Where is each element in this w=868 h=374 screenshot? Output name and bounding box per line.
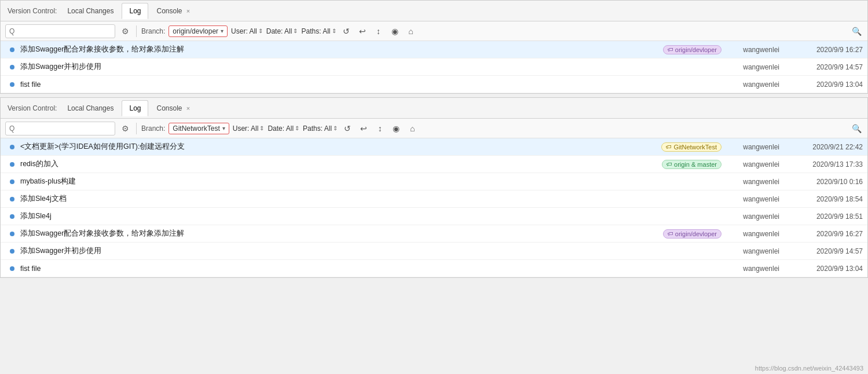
commit-dot	[10, 197, 14, 201]
commit-date: 2020/9/9 13:04	[788, 80, 863, 89]
commit-author: wangwenlei	[727, 212, 779, 221]
commit-dot	[10, 65, 14, 69]
commit-date: 2020/9/9 18:51	[788, 212, 863, 221]
commit-row[interactable]: 添加Swagger配合对象接收参数，给对象添加注解 🏷 origin/devlo…	[1, 41, 867, 58]
tab-bar-1: Version Control: Local Changes Log Conso…	[1, 1, 867, 21]
tag-icon: 🏷	[668, 230, 673, 237]
date-chevron-1: ⇕	[293, 28, 298, 34]
sort-btn-1[interactable]: ↕	[372, 25, 385, 38]
commit-row[interactable]: redis的加入 🏷 origin & master wangwenlei 20…	[1, 156, 867, 173]
toolbar-1: ⚙ Branch: origin/devloper ▾ User: All ⇕ …	[1, 21, 867, 41]
commit-row[interactable]: 添加Swagger配合对象接收参数，给对象添加注解 🏷 origin/devlo…	[1, 225, 867, 243]
paths-filter-label-1: Paths: All	[301, 27, 330, 35]
paths-filter-1[interactable]: Paths: All ⇕	[301, 27, 336, 35]
commit-tags: 🏷 origin/devloper	[663, 229, 721, 239]
tab-console-2[interactable]: Console ×	[149, 101, 197, 116]
version-control-label-2: Version Control:	[5, 104, 59, 112]
tab-close-console-2[interactable]: ×	[186, 105, 190, 112]
tag-origin-devloper: 🏷 origin/devloper	[663, 45, 721, 54]
tab-bar-2: Version Control: Local Changes Log Conso…	[1, 98, 867, 119]
date-filter-2[interactable]: Date: All ⇕	[268, 124, 299, 133]
commit-author: wangwenlei	[727, 63, 779, 71]
sort-btn-2[interactable]: ↕	[373, 122, 386, 135]
tab-log-2[interactable]: Log	[122, 100, 148, 116]
tab-log-1[interactable]: Log	[122, 3, 148, 19]
branch-label-1: Branch:	[141, 27, 165, 35]
user-filter-label-2: User: All	[233, 124, 259, 133]
commit-date: 2020/9/21 22:42	[788, 143, 863, 151]
search-right-btn-2[interactable]: 🔍	[850, 122, 863, 135]
commit-message: 添加Swagger配合对象接收参数，给对象添加注解	[20, 45, 663, 54]
commit-list-2: <文档更新>(学习IDEA如何使用GIT):创建远程分支 🏷 GitNetwor…	[1, 138, 867, 277]
branch-chevron-1: ▾	[221, 28, 224, 34]
tab-close-console-1[interactable]: ×	[186, 8, 190, 14]
search-input-2[interactable]	[5, 122, 115, 135]
user-filter-1[interactable]: User: All ⇕	[231, 27, 263, 35]
branch-value-2: GitNetworkTest	[173, 124, 219, 133]
paths-chevron-1: ⇕	[332, 28, 336, 34]
commit-tags: 🏷 origin & master	[662, 160, 721, 169]
commit-author: wangwenlei	[727, 265, 779, 273]
commit-date: 2020/9/13 17:33	[788, 160, 863, 168]
commit-row[interactable]: 添加Swagger并初步使用 wangwenlei 2020/9/9 14:57	[1, 58, 867, 76]
commit-row[interactable]: fist file wangwenlei 2020/9/9 13:04	[1, 76, 867, 93]
commit-dot	[10, 47, 14, 52]
refresh-btn-2[interactable]: ↺	[341, 122, 354, 135]
commit-date: 2020/9/9 16:27	[788, 46, 863, 54]
tag-label: origin & master	[674, 161, 717, 168]
commit-message: fist file	[20, 80, 721, 89]
panel-1: Version Control: Local Changes Log Conso…	[0, 0, 868, 94]
tab-local-changes-2[interactable]: Local Changes	[60, 101, 120, 116]
branch-selector-2[interactable]: GitNetworkTest ▾	[169, 123, 229, 134]
commit-message: 添加Sle4j	[20, 211, 721, 221]
commit-author: wangwenlei	[727, 160, 779, 168]
commit-dot	[10, 266, 14, 271]
eye-btn-2[interactable]: ◉	[390, 122, 402, 135]
commit-author: wangwenlei	[727, 178, 779, 186]
commit-message: mybatis-plus构建	[20, 177, 721, 186]
commit-author: wangwenlei	[727, 143, 779, 151]
tag-label: origin/devloper	[675, 230, 717, 237]
separator-2	[136, 123, 137, 134]
date-filter-label-2: Date: All	[268, 124, 294, 133]
commit-message: 添加Swagger配合对象接收参数，给对象添加注解	[20, 229, 663, 239]
revert-btn-1[interactable]: ↩	[356, 25, 369, 38]
commit-dot	[10, 162, 14, 167]
branch-value-1: origin/devloper	[173, 27, 218, 35]
gear-button-2[interactable]: ⚙	[119, 122, 131, 135]
commit-dot	[10, 145, 14, 149]
commit-dot	[10, 179, 14, 184]
toolbar-2: ⚙ Branch: GitNetworkTest ▾ User: All ⇕ D…	[1, 119, 867, 138]
search-input-1[interactable]	[5, 24, 115, 38]
pin-btn-2[interactable]: ⌂	[406, 122, 419, 135]
eye-btn-1[interactable]: ◉	[389, 25, 401, 38]
search-right-btn-1[interactable]: 🔍	[850, 25, 863, 38]
commit-row[interactable]: 添加Sle4j文档 wangwenlei 2020/9/9 18:54	[1, 190, 867, 208]
tab-local-changes-1[interactable]: Local Changes	[60, 3, 120, 19]
branch-selector-1[interactable]: origin/devloper ▾	[169, 25, 228, 37]
date-filter-1[interactable]: Date: All ⇕	[266, 27, 298, 35]
tag-origin-master: 🏷 origin & master	[662, 160, 721, 169]
refresh-btn-1[interactable]: ↺	[340, 25, 353, 38]
commit-dot	[10, 82, 14, 87]
tag-label: origin/devloper	[675, 46, 717, 53]
tab-console-1[interactable]: Console ×	[149, 3, 197, 19]
commit-date: 2020/9/9 16:27	[788, 230, 863, 238]
commit-row[interactable]: fist file wangwenlei 2020/9/9 13:04	[1, 260, 867, 277]
tag-icon: 🏷	[668, 46, 673, 53]
commit-row[interactable]: <文档更新>(学习IDEA如何使用GIT):创建远程分支 🏷 GitNetwor…	[1, 138, 867, 156]
user-filter-2[interactable]: User: All ⇕	[233, 124, 265, 133]
revert-btn-2[interactable]: ↩	[357, 122, 370, 135]
date-chevron-2: ⇕	[295, 125, 299, 131]
pin-btn-1[interactable]: ⌂	[405, 25, 417, 38]
tag-label: GitNetworkTest	[673, 144, 717, 151]
gear-button-1[interactable]: ⚙	[119, 25, 131, 38]
commit-author: wangwenlei	[727, 195, 779, 203]
paths-filter-2[interactable]: Paths: All ⇕	[303, 124, 338, 133]
commit-row[interactable]: 添加Swagger并初步使用 wangwenlei 2020/9/9 14:57	[1, 243, 867, 260]
commit-row[interactable]: 添加Sle4j wangwenlei 2020/9/9 18:51	[1, 208, 867, 225]
commit-row[interactable]: mybatis-plus构建 wangwenlei 2020/9/10 0:16	[1, 173, 867, 190]
commit-tags: 🏷 origin/devloper	[663, 45, 721, 54]
tag-icon: 🏷	[666, 144, 672, 150]
commit-message: 添加Swagger并初步使用	[20, 246, 721, 256]
